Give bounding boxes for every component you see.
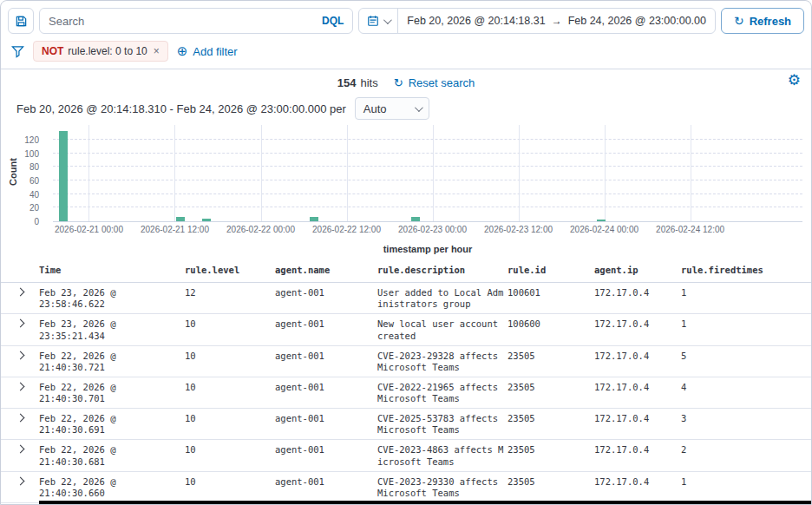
cell-agent-name: agent-001 [275, 413, 377, 436]
table-header-row: Time rule.level agent.name rule.descript… [1, 258, 811, 283]
cell-time: Feb 22, 2026 @ 21:40:30.721 [39, 351, 185, 373]
cell-agent-ip: 172.17.0.4 [594, 351, 681, 373]
cell-agent-name: agent-001 [275, 444, 377, 467]
table-row: Feb 23, 2026 @ 23:58:46.62212agent-001Us… [1, 283, 811, 314]
cell-rule-id: 100601 [508, 287, 594, 310]
histogram-chart: Count 020406080100120 2026-02-21 00:0020… [1, 121, 811, 238]
expand-row-button[interactable] [1, 382, 39, 404]
expand-row-button[interactable] [1, 444, 39, 467]
x-tick-label: 2026-02-23 00:00 [398, 225, 467, 234]
table-row: Feb 22, 2026 @ 21:40:30.68110agent-001CV… [1, 440, 811, 471]
cell-rule-level: 10 [185, 413, 275, 436]
date-range-picker: Feb 20, 2026 @ 20:14:18.31 → Feb 24, 202… [358, 8, 716, 34]
histogram-bar[interactable] [202, 219, 211, 221]
column-header-rule-description[interactable]: rule.description [377, 265, 508, 276]
column-header-rule-level[interactable]: rule.level [185, 265, 275, 276]
cell-rule-firedtimes: 2 [681, 444, 811, 467]
table-row: Feb 22, 2026 @ 21:40:30.66010agent-001CV… [1, 472, 811, 503]
chevron-right-icon [16, 351, 24, 359]
expand-row-button[interactable] [1, 476, 39, 499]
reset-search-button[interactable]: ↻ Reset search [394, 76, 475, 89]
x-tick-label: 2026-02-24 00:00 [570, 225, 638, 234]
interval-value: Auto [363, 102, 387, 115]
x-axis-ticks: 2026-02-21 00:002026-02-21 12:002026-02-… [53, 225, 802, 238]
hits-label: hits [360, 76, 377, 89]
date-start[interactable]: Feb 20, 2026 @ 20:14:18.31 [407, 15, 545, 27]
dql-button[interactable]: DQL [322, 15, 344, 27]
expand-row-button[interactable] [1, 287, 39, 310]
x-tick-label: 2026-02-22 12:00 [312, 225, 381, 234]
column-header-rule-firedtimes[interactable]: rule.firedtimes [681, 265, 811, 276]
cell-rule-description: User added to Local Administrators group [377, 287, 508, 310]
remove-filter-icon[interactable]: × [154, 45, 160, 57]
cell-rule-description: CVE-2023-29330 affects Microsoft Teams [377, 476, 508, 499]
cell-rule-description: CVE-2022-21965 affects Microsoft Teams [377, 382, 508, 404]
cell-agent-ip: 172.17.0.4 [594, 318, 681, 341]
x-tick-label: 2026-02-23 12:00 [484, 225, 553, 234]
table-row: Feb 23, 2026 @ 23:35:21.43410agent-001Ne… [1, 314, 811, 345]
cell-time: Feb 23, 2026 @ 23:58:46.622 [39, 287, 185, 310]
refresh-label: Refresh [750, 15, 791, 28]
v-gridline [174, 125, 175, 221]
cell-rule-level: 10 [185, 351, 275, 373]
v-gridline [605, 125, 606, 221]
cell-agent-name: agent-001 [275, 318, 377, 341]
column-header-rule-id[interactable]: rule.id [508, 265, 594, 276]
refresh-icon: ↻ [734, 14, 744, 28]
cell-time: Feb 22, 2026 @ 21:40:30.660 [39, 476, 185, 499]
cell-time: Feb 22, 2026 @ 21:40:30.701 [39, 382, 185, 404]
expand-row-button[interactable] [1, 351, 39, 373]
cell-agent-name: agent-001 [275, 382, 377, 404]
add-filter-button[interactable]: ⊕ Add filter [177, 43, 238, 59]
x-tick-label: 2026-02-21 12:00 [141, 225, 209, 234]
plus-circle-icon: ⊕ [177, 43, 188, 59]
cell-agent-ip: 172.17.0.4 [594, 413, 681, 436]
column-header-agent-name[interactable]: agent.name [275, 265, 377, 276]
histogram-bar[interactable] [310, 217, 318, 221]
y-tick-label: 80 [29, 162, 39, 172]
refresh-button[interactable]: ↻ Refresh [721, 8, 804, 34]
reset-search-label: Reset search [409, 76, 475, 89]
table-row: Feb 22, 2026 @ 21:40:30.69110agent-001CV… [1, 409, 811, 440]
histogram-bar[interactable] [411, 217, 420, 221]
histogram-bar[interactable] [597, 220, 606, 221]
y-tick-label: 0 [34, 217, 39, 226]
cell-rule-level: 10 [185, 476, 275, 499]
cell-rule-level: 12 [185, 287, 275, 310]
gear-icon[interactable]: ⚙ [788, 71, 801, 89]
save-query-button[interactable] [8, 8, 34, 34]
cell-rule-description: New local user account created [377, 318, 508, 341]
expand-row-button[interactable] [1, 413, 39, 436]
discover-page: Search DQL Feb 20, 2026 @ 20:14:18.31 [0, 0, 812, 505]
save-icon [15, 15, 28, 28]
filter-bar: NOT rule.level: 0 to 10 × ⊕ Add filter [1, 39, 811, 69]
cell-rule-level: 10 [185, 444, 275, 467]
filter-pill-rule-level[interactable]: NOT rule.level: 0 to 10 × [33, 41, 168, 62]
v-gridline [261, 125, 262, 221]
cell-time: Feb 23, 2026 @ 23:35:21.434 [39, 318, 185, 341]
table-row: Feb 22, 2026 @ 21:40:30.72110agent-001CV… [1, 346, 811, 377]
table-body: Feb 23, 2026 @ 23:58:46.62212agent-001Us… [1, 283, 811, 505]
calendar-menu-button[interactable] [359, 9, 398, 33]
date-end[interactable]: Feb 24, 2026 @ 23:00:00.00 [568, 15, 706, 27]
histogram-bar[interactable] [59, 131, 68, 221]
chevron-right-icon [16, 382, 24, 390]
cell-rule-firedtimes: 4 [681, 382, 811, 404]
column-header-time[interactable]: Time [39, 265, 185, 276]
x-tick-label: 2026-02-24 12:00 [656, 225, 724, 234]
search-input[interactable]: Search DQL [39, 8, 353, 34]
cell-agent-ip: 172.17.0.4 [594, 444, 681, 467]
cell-agent-name: agent-001 [275, 287, 377, 310]
y-axis-ticks: 020406080100120 [1, 125, 48, 222]
filter-funnel-icon[interactable] [11, 45, 24, 58]
date-range-display: Feb 20, 2026 @ 20:14:18.31 → Feb 24, 202… [398, 15, 715, 27]
results-bar: 154 hits ↻ Reset search ⚙ [1, 69, 811, 95]
expand-row-button[interactable] [1, 318, 39, 341]
cell-agent-ip: 172.17.0.4 [594, 287, 681, 310]
chevron-right-icon [16, 288, 24, 297]
hits-counter: 154 hits [337, 76, 378, 89]
histogram-bar[interactable] [176, 217, 185, 221]
chevron-right-icon [16, 319, 24, 328]
interval-select[interactable]: Auto [355, 97, 429, 120]
column-header-agent-ip[interactable]: agent.ip [594, 265, 681, 276]
